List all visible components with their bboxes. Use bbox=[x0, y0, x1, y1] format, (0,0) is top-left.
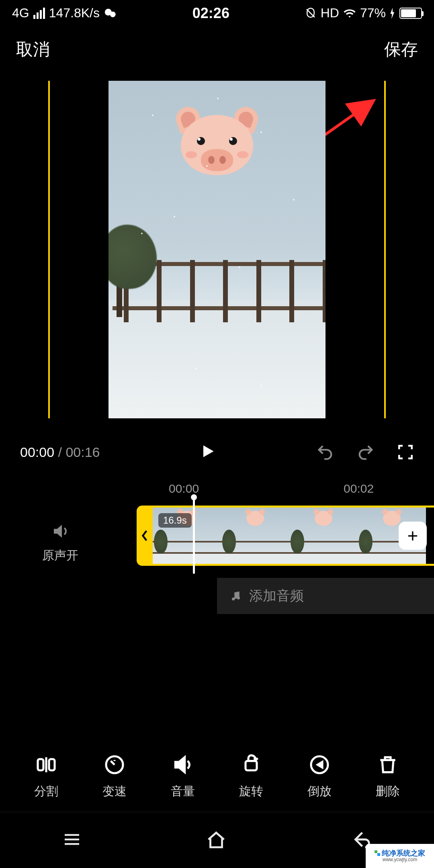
editor-header: 取消 保存 bbox=[0, 26, 434, 81]
video-preview[interactable] bbox=[108, 81, 326, 418]
tool-delete[interactable]: 删除 bbox=[376, 753, 400, 800]
wifi-icon bbox=[343, 7, 356, 20]
tool-split[interactable]: 分割 bbox=[34, 753, 58, 800]
toolbar: 分割 变速 音量 旋转 倒放 删除 bbox=[0, 753, 434, 800]
add-clip-button[interactable]: + bbox=[399, 522, 427, 550]
signal-icon bbox=[33, 8, 45, 19]
network-type: 4G bbox=[12, 6, 29, 20]
tool-speed[interactable]: 变速 bbox=[102, 753, 127, 800]
battery-icon bbox=[399, 8, 422, 19]
clip-thumb[interactable] bbox=[221, 508, 289, 564]
ruler-mark-0: 00:00 bbox=[169, 482, 199, 495]
time-display: 00:00 / 00:16 bbox=[20, 444, 100, 460]
battery-percent: 77% bbox=[360, 6, 386, 20]
play-button[interactable] bbox=[199, 442, 217, 462]
music-note-icon bbox=[230, 590, 242, 602]
hd-label: HD bbox=[321, 6, 339, 20]
add-audio-button[interactable]: 添加音频 bbox=[217, 578, 434, 614]
original-sound-toggle[interactable] bbox=[24, 522, 96, 542]
clip-handle-left[interactable] bbox=[137, 506, 153, 566]
clip-duration-tag: 16.9s bbox=[158, 513, 192, 528]
watermark: 纯净系统之家 www.ycwjty.com bbox=[366, 844, 434, 868]
nav-home-button[interactable] bbox=[205, 828, 228, 853]
svg-point-5 bbox=[237, 596, 240, 600]
ruler-mark-1: 00:02 bbox=[344, 482, 374, 495]
charging-icon bbox=[390, 8, 395, 19]
svg-rect-6 bbox=[38, 759, 43, 770]
playhead[interactable] bbox=[193, 497, 195, 574]
status-time: 02:26 bbox=[192, 5, 229, 22]
pig-sticker bbox=[177, 109, 257, 177]
status-bar: 4G 147.8K/s 02:26 HD 77% bbox=[0, 0, 434, 26]
cancel-button[interactable]: 取消 bbox=[16, 38, 50, 61]
tool-volume[interactable]: 音量 bbox=[171, 753, 195, 800]
undo-button[interactable] bbox=[316, 443, 334, 461]
tool-reverse[interactable]: 倒放 bbox=[307, 753, 332, 800]
clip-thumb[interactable] bbox=[289, 508, 358, 564]
time-ruler: 00:00 00:02 bbox=[0, 470, 434, 506]
nav-recent-button[interactable] bbox=[61, 829, 83, 852]
svg-rect-7 bbox=[49, 759, 55, 770]
redo-button[interactable] bbox=[356, 443, 375, 461]
trim-bound-right[interactable] bbox=[384, 81, 386, 418]
network-speed: 147.8K/s bbox=[49, 6, 100, 20]
preview-area bbox=[48, 81, 386, 418]
add-audio-label: 添加音频 bbox=[249, 587, 304, 605]
timeline: 原声开 16.9s + 添加音频 bbox=[0, 506, 434, 614]
video-track[interactable]: 16.9s + bbox=[137, 506, 434, 566]
fullscreen-button[interactable] bbox=[397, 444, 414, 461]
save-button[interactable]: 保存 bbox=[384, 38, 418, 61]
svg-point-4 bbox=[232, 598, 235, 601]
trim-bound-left[interactable] bbox=[48, 81, 50, 418]
playback-controls: 00:00 / 00:16 bbox=[0, 430, 434, 470]
original-sound-label: 原声开 bbox=[24, 547, 96, 564]
tool-rotate[interactable]: 旋转 bbox=[239, 753, 263, 800]
mute-icon bbox=[305, 7, 317, 19]
svg-point-1 bbox=[110, 11, 116, 17]
wechat-icon bbox=[104, 6, 117, 20]
svg-rect-10 bbox=[246, 761, 257, 770]
